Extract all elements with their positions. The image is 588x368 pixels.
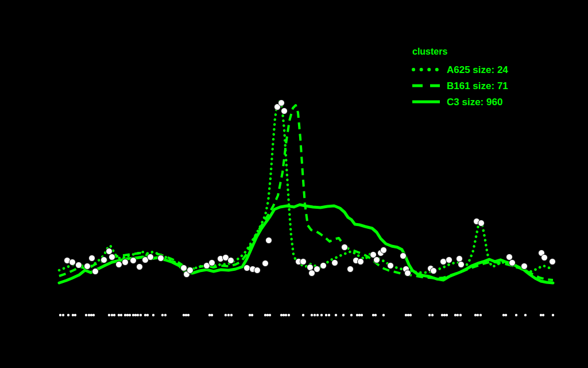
scatter-point — [92, 269, 99, 275]
series-line-a625 — [59, 101, 553, 273]
scatter-point — [262, 260, 269, 267]
rug-point — [113, 314, 115, 316]
rug-point — [225, 314, 227, 316]
rug-point — [230, 314, 233, 316]
scatter-point — [478, 220, 485, 227]
rug-point — [361, 314, 363, 316]
scatter-point — [431, 268, 437, 274]
rug-point — [474, 314, 477, 316]
scatter-point — [320, 263, 327, 269]
rug-point — [374, 314, 377, 316]
legend: clusters A625 size: 24 B161 size: 71 C3 … — [411, 47, 508, 110]
rug-point — [92, 314, 95, 316]
scatter-point — [266, 237, 272, 244]
scatter-point — [69, 259, 76, 266]
rug-point — [266, 314, 269, 316]
rug-point — [283, 314, 285, 316]
rug-point — [502, 314, 505, 316]
scatter-point — [309, 270, 315, 277]
scatter-point — [228, 258, 234, 264]
rug-point — [152, 314, 154, 316]
rug-point — [457, 314, 459, 316]
rug-point — [140, 314, 142, 316]
rug-point — [409, 314, 412, 316]
rug-point — [479, 314, 482, 316]
rug-point — [108, 314, 110, 316]
rug-point — [350, 314, 353, 316]
scatter-point — [158, 255, 164, 262]
legend-label-b161: B161 size: 71 — [447, 81, 508, 91]
rug-point — [552, 314, 554, 316]
legend-item-a625: A625 size: 24 — [411, 62, 508, 78]
legend-item-c3: C3 size: 960 — [411, 94, 508, 110]
rug-point — [314, 314, 316, 316]
scatter-point — [550, 259, 556, 265]
rug-point — [111, 314, 113, 316]
rug-point — [515, 314, 517, 316]
rug-point — [302, 314, 304, 316]
scatter-point — [374, 257, 380, 263]
rug-point — [459, 314, 462, 316]
scatter-point — [440, 259, 447, 265]
rug-point — [316, 314, 319, 316]
rug-point — [249, 314, 251, 316]
scatter-point — [122, 259, 129, 266]
scatter-point — [116, 262, 122, 268]
rug-point — [62, 314, 64, 316]
legend-label-a625: A625 size: 24 — [447, 65, 508, 75]
rug-point — [372, 314, 374, 316]
rug-point — [358, 314, 361, 316]
rug-point — [356, 314, 358, 316]
rug-point — [328, 314, 330, 316]
scatter-point — [342, 244, 348, 251]
scatter-point — [458, 262, 465, 268]
rug-point — [137, 314, 139, 316]
scatter-point — [244, 265, 250, 271]
rug-point — [280, 314, 283, 316]
rug-point — [124, 314, 126, 316]
rug-point — [443, 314, 446, 316]
rug-point — [335, 314, 337, 316]
scatter-point — [405, 270, 411, 277]
scatter-point — [148, 254, 154, 260]
rug-point — [88, 314, 90, 316]
scatter-point — [181, 265, 187, 271]
rug-point — [285, 314, 287, 316]
rug-point — [325, 314, 327, 316]
rug-point — [227, 314, 230, 316]
rug-point — [90, 314, 92, 316]
rug-point — [59, 314, 61, 316]
scatter-point — [254, 267, 261, 274]
scatter-point — [400, 253, 407, 259]
scatter-point — [281, 108, 288, 114]
rug-point — [540, 314, 542, 316]
rug-point — [132, 314, 134, 316]
rug-point — [118, 314, 120, 316]
rug-point — [311, 314, 313, 316]
rug-point — [85, 314, 87, 316]
scatter-point — [300, 259, 307, 265]
scatter-point — [209, 260, 215, 266]
solid-line-icon — [411, 99, 440, 105]
scatter-point — [457, 256, 463, 262]
rug-point — [264, 314, 266, 316]
scatter-point — [130, 258, 137, 264]
scatter-point — [509, 260, 516, 266]
rug-point — [251, 314, 253, 316]
legend-label-c3: C3 size: 960 — [447, 97, 502, 107]
rug-point — [134, 314, 137, 316]
rug-point — [524, 314, 527, 316]
scatter-point — [106, 248, 113, 255]
rug-point — [288, 314, 290, 316]
scatter-point — [187, 267, 194, 274]
rug-point — [120, 314, 122, 316]
scatter-points-group — [64, 100, 556, 278]
scatter-point — [388, 263, 394, 269]
rug-points-group — [59, 314, 554, 316]
rug-point — [320, 314, 323, 316]
rug-point — [74, 314, 76, 316]
rug-point — [269, 314, 271, 316]
rug-point — [208, 314, 211, 316]
scatter-point — [307, 264, 314, 271]
rug-point — [454, 314, 457, 316]
